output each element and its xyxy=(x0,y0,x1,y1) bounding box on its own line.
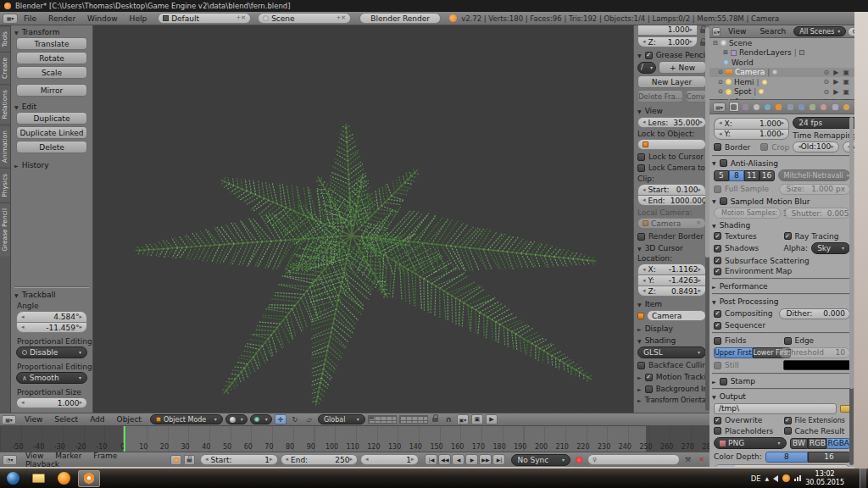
compositing-checkbox[interactable]: ✓ xyxy=(714,310,721,318)
full-sample-checkbox[interactable] xyxy=(714,186,721,193)
add-layout-icon[interactable]: + xyxy=(233,15,241,21)
border-checkbox[interactable] xyxy=(714,143,721,151)
increment-icon[interactable]: ▸ xyxy=(79,324,82,330)
scene-field[interactable]: Scene+✕ xyxy=(258,13,351,24)
menu-item[interactable]: Frame xyxy=(87,452,123,460)
collapse-icon[interactable]: ▼ xyxy=(712,299,716,305)
editor-type-icon[interactable]: ≡▾ xyxy=(712,27,721,36)
tray-expand-icon[interactable]: ▲ xyxy=(765,475,770,481)
lock-icon[interactable] xyxy=(431,418,441,422)
stamp-checkbox[interactable] xyxy=(720,378,727,385)
aa-checkbox[interactable] xyxy=(720,159,727,167)
collapse-icon[interactable]: ▼ xyxy=(637,108,642,114)
placeholders-checkbox[interactable] xyxy=(714,427,721,435)
selectable-icon[interactable]: ▶ xyxy=(833,69,838,76)
manipulator-scale-icon[interactable]: ▱ xyxy=(303,414,315,424)
current-frame-field[interactable]: ◂1▸ xyxy=(360,454,420,465)
depth-16-button[interactable]: 16 xyxy=(808,452,850,463)
background-images-checkbox[interactable] xyxy=(645,385,653,393)
toolshelf-tab[interactable]: Grease Pencil xyxy=(0,202,10,257)
gp-new-button[interactable]: +New xyxy=(659,61,706,74)
timeline-ruler[interactable]: -50-40-30-20-100102030405060708090100110… xyxy=(0,425,709,452)
explorer-taskbar-icon[interactable] xyxy=(27,470,49,487)
hide-icon[interactable]: ⊙ xyxy=(824,69,830,76)
menu-item[interactable]: Help xyxy=(124,14,153,23)
scale-z-field[interactable]: ◂Z:1.000▸ xyxy=(637,36,698,47)
expand-icon[interactable]: ► xyxy=(637,397,642,403)
menu-item[interactable]: Render xyxy=(42,14,81,23)
outliner-row-scene[interactable]: ⊟Scene xyxy=(709,38,854,48)
collapse-icon[interactable]: ▼ xyxy=(14,104,19,110)
hide-icon[interactable]: ⊙ xyxy=(824,88,830,96)
increment-icon[interactable]: ▸ xyxy=(79,400,82,406)
editor-type-icon[interactable]: ▦▾ xyxy=(3,14,18,24)
still-checkbox[interactable] xyxy=(714,362,721,369)
blender-tray-icon[interactable] xyxy=(782,474,790,482)
scale-y-field[interactable]: 1.000▸ xyxy=(637,25,698,35)
edge-checkbox[interactable] xyxy=(784,337,792,345)
grease-pencil-checkbox[interactable]: ✓ xyxy=(645,52,653,59)
lock-to-cursor-checkbox[interactable] xyxy=(637,153,645,161)
decrement-icon[interactable]: ◂ xyxy=(21,400,25,406)
playback-button[interactable]: ▶ xyxy=(465,454,478,465)
add-scene-icon[interactable]: + xyxy=(333,15,341,21)
aa-size-field[interactable]: Size:1.000 px xyxy=(779,184,851,195)
delete-keyframe-icon[interactable]: ✕ xyxy=(696,456,707,463)
manipulator-translate-icon[interactable]: ✛ xyxy=(275,414,287,424)
scenes-filter-select[interactable]: All Scenes▾ xyxy=(793,26,846,36)
lock-to-cursor-row[interactable]: Lock to Cursor xyxy=(637,152,706,161)
increment-icon[interactable]: ▸ xyxy=(689,27,693,33)
collapse-icon[interactable]: ▼ xyxy=(712,223,716,229)
lock-to-object-field[interactable] xyxy=(637,139,706,150)
panel-header-output[interactable]: ▼Output xyxy=(712,392,852,401)
tab-texture[interactable] xyxy=(831,102,840,112)
gp-new-layer-button[interactable]: New Layer xyxy=(637,75,706,88)
channel-rgba-button[interactable]: RGBA xyxy=(826,438,850,449)
shadows-checkbox[interactable]: ✓ xyxy=(714,245,721,252)
properties-scrollbar[interactable] xyxy=(849,117,854,465)
tool-button[interactable]: Rotate xyxy=(16,52,87,64)
playback-button[interactable]: ◀ xyxy=(452,454,465,465)
aa-samples-5[interactable]: 5 xyxy=(714,170,729,181)
render-restrict-icon[interactable]: ▣ xyxy=(843,78,849,86)
lock-camera-checkbox[interactable] xyxy=(637,164,645,172)
file-format-select[interactable]: PNG▾ xyxy=(714,437,787,449)
frame-start-field[interactable]: ◂Start:1▸ xyxy=(200,454,277,465)
pivot-select[interactable]: ▾ xyxy=(250,414,272,424)
menu-item[interactable]: Object xyxy=(111,415,147,424)
manipulator-rotate-icon[interactable]: ↻ xyxy=(289,414,301,424)
render-border-row[interactable]: Render Border xyxy=(637,232,706,241)
mode-select[interactable]: Object Mode▾ xyxy=(150,414,223,424)
decrement-icon[interactable]: ◂ xyxy=(643,39,646,45)
menu-item[interactable]: Add xyxy=(84,415,110,424)
increment-icon[interactable]: ▸ xyxy=(689,39,693,45)
outliner-view-menu[interactable]: View xyxy=(722,27,752,36)
gp-delete-frame-button[interactable]: Delete Fra... xyxy=(637,90,683,103)
expand-icon[interactable]: ► xyxy=(712,284,716,290)
expander-icon[interactable]: ⊙ xyxy=(718,69,723,75)
menu-item[interactable]: File xyxy=(18,14,42,23)
cursor-y-field[interactable]: ◂Y:-1.4263▸ xyxy=(637,274,706,286)
collapse-icon[interactable]: ▼ xyxy=(637,338,642,344)
outliner-row-hemi[interactable]: ⊙Hemi|⊙▶▣ xyxy=(709,77,854,87)
tab-modifiers[interactable] xyxy=(797,102,806,112)
network-icon[interactable] xyxy=(794,475,801,481)
render-opengl-anim-icon[interactable]: ▶ xyxy=(486,414,498,424)
snap-magnet-icon[interactable]: ∩ xyxy=(443,415,454,424)
menu-item[interactable]: View xyxy=(19,415,48,424)
angle-y-field[interactable]: ◂-11.459°▸ xyxy=(16,322,87,333)
proportional-falloff-select[interactable]: ∧Smooth▾ xyxy=(16,372,87,384)
collapse-icon[interactable]: ▼ xyxy=(712,198,716,204)
panel-header-performance[interactable]: ►Performance xyxy=(712,282,852,291)
depth-8-button[interactable]: 8 xyxy=(765,452,808,463)
cursor-z-field[interactable]: ◂Z:0.8491▸ xyxy=(637,286,706,297)
backface-row[interactable]: Backface Culling xyxy=(637,361,706,369)
collapse-icon[interactable]: ▼ xyxy=(637,246,642,252)
dither-field[interactable]: Dither:0.000 xyxy=(779,308,851,319)
collapse-icon[interactable]: ▼ xyxy=(712,394,716,400)
collapse-icon[interactable]: ▼ xyxy=(14,292,19,298)
gp-draw-mode[interactable]: /▾ xyxy=(637,62,656,74)
playback-button[interactable]: ▶▶ xyxy=(479,454,492,465)
keying-set-field[interactable]: ⚲ xyxy=(587,454,680,465)
preview-range-icon[interactable] xyxy=(170,455,181,465)
